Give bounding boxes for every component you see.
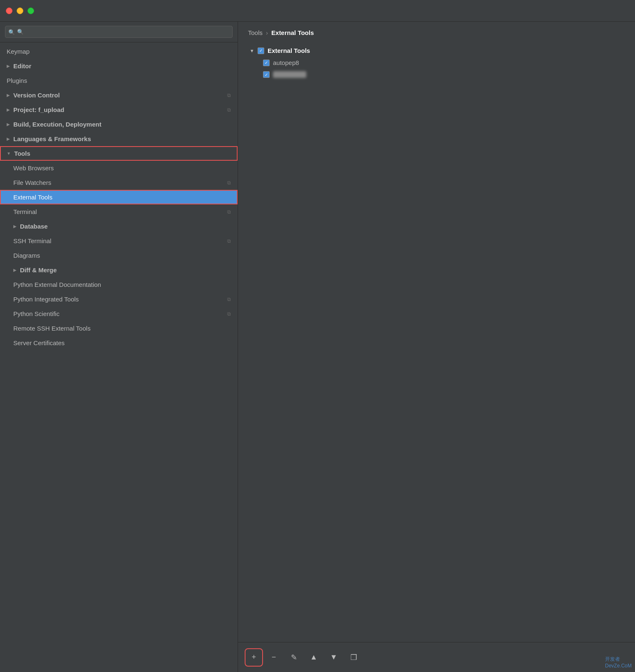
sidebar-item-label: Tools [14, 150, 231, 157]
sidebar-item-server-certificates[interactable]: Server Certificates [0, 336, 238, 350]
sidebar-item-external-tools[interactable]: External Tools [0, 190, 238, 204]
tree-child-autopep8[interactable]: ✓ autopep8 [248, 57, 625, 69]
edit-button[interactable]: ✎ [286, 650, 301, 665]
move-down-button[interactable]: ▼ [326, 650, 341, 665]
copy-icon: ⧉ [227, 180, 231, 186]
sidebar-item-remote-ssh[interactable]: Remote SSH External Tools [0, 321, 238, 336]
sidebar-item-label: Project: f_upload [13, 106, 226, 113]
sidebar-item-build[interactable]: ▶Build, Execution, Deployment [0, 117, 238, 132]
breadcrumb-current: External Tools [271, 29, 314, 36]
sidebar-item-label: Diagrams [13, 252, 231, 259]
sidebar-item-label: Languages & Frameworks [13, 135, 231, 142]
watermark: 开发者DevZe.CoM [605, 656, 632, 669]
search-icon: 🔍 [8, 29, 15, 35]
arrow-icon: ▶ [7, 93, 10, 97]
sidebar-item-label: Plugins [7, 77, 231, 84]
arrow-icon: ▶ [7, 122, 10, 127]
arrow-icon: ▼ [7, 151, 11, 156]
sidebar-item-file-watchers[interactable]: File Watchers⧉ [0, 175, 238, 190]
sidebar-item-label: External Tools [13, 194, 231, 201]
arrow-icon: ▶ [13, 268, 17, 272]
tree-area: ▼ ✓ External Tools ✓ autopep8 ✓ [238, 41, 635, 642]
minimize-button[interactable] [17, 7, 23, 14]
breadcrumb-separator: › [266, 29, 268, 36]
sidebar-item-label: Python External Documentation [13, 281, 231, 288]
add-button[interactable]: + [246, 650, 261, 665]
close-button[interactable] [6, 7, 12, 14]
sidebar-item-label: Keymap [7, 48, 231, 55]
sidebar-item-tools[interactable]: ▼Tools [0, 146, 238, 161]
arrow-icon: ▶ [7, 107, 10, 112]
arrow-icon: ▶ [13, 224, 17, 229]
sidebar-item-terminal[interactable]: Terminal⧉ [0, 204, 238, 219]
sidebar-item-languages[interactable]: ▶Languages & Frameworks [0, 132, 238, 146]
sidebar-item-label: Remote SSH External Tools [13, 325, 231, 332]
titlebar [0, 0, 635, 22]
sidebar-item-label: SSH Terminal [13, 237, 226, 244]
sidebar-item-project[interactable]: ▶Project: f_upload⧉ [0, 102, 238, 117]
move-up-button[interactable]: ▲ [306, 650, 321, 665]
copy-icon: ⧉ [227, 238, 231, 244]
right-panel: Tools › External Tools ▼ ✓ External Tool… [238, 22, 635, 672]
bottom-toolbar: + − ✎ ▲ ▼ ❒ [238, 642, 635, 672]
sidebar-item-ssh-terminal[interactable]: SSH Terminal⧉ [0, 234, 238, 248]
search-bar: 🔍 [0, 22, 238, 42]
main-container: 🔍 Keymap▶EditorPlugins▶Version Control⧉▶… [0, 22, 635, 672]
sidebar-item-label: Web Browsers [13, 164, 231, 172]
sidebar-item-label: Python Integrated Tools [13, 296, 226, 303]
breadcrumb-parent: Tools [248, 29, 263, 36]
sidebar-item-python-ext-doc[interactable]: Python External Documentation [0, 277, 238, 292]
search-input[interactable] [5, 26, 233, 38]
sidebar-item-label: File Watchers [13, 179, 226, 186]
copy-icon: ⧉ [227, 107, 231, 113]
tree-root-label: External Tools [268, 47, 310, 54]
sidebar-item-editor[interactable]: ▶Editor [0, 59, 238, 73]
tree-child-label-blurred [273, 71, 306, 78]
tree-child-blurred[interactable]: ✓ [248, 69, 625, 80]
sidebar-item-diagrams[interactable]: Diagrams [0, 248, 238, 263]
sidebar-item-diff-merge[interactable]: ▶Diff & Merge [0, 263, 238, 277]
copy-icon: ⧉ [227, 311, 231, 317]
sidebar-item-label: Editor [13, 62, 231, 70]
tree-expand-icon: ▼ [250, 48, 254, 53]
sidebar-item-label: Version Control [13, 92, 226, 99]
sidebar-item-python-integrated[interactable]: Python Integrated Tools⧉ [0, 292, 238, 306]
sidebar-item-python-scientific[interactable]: Python Scientific⧉ [0, 306, 238, 321]
maximize-button[interactable] [27, 7, 34, 14]
tree-child-checkbox-blurred[interactable]: ✓ [263, 71, 270, 78]
tree-root-checkbox[interactable]: ✓ [258, 47, 264, 54]
sidebar-item-label: Diff & Merge [20, 266, 231, 274]
remove-button[interactable]: − [266, 650, 281, 665]
copy-button[interactable]: ❒ [346, 650, 361, 665]
copy-icon: ⧉ [227, 209, 231, 215]
sidebar-item-label: Build, Execution, Deployment [13, 121, 231, 128]
tree-child-label-autopep8: autopep8 [273, 59, 299, 66]
copy-icon: ⧉ [227, 296, 231, 302]
sidebar-item-label: Terminal [13, 208, 226, 215]
breadcrumb: Tools › External Tools [238, 22, 635, 41]
sidebar-item-label: Python Scientific [13, 310, 226, 317]
sidebar-item-web-browsers[interactable]: Web Browsers [0, 161, 238, 175]
sidebar-item-label: Server Certificates [13, 339, 231, 346]
sidebar-item-plugins[interactable]: Plugins [0, 73, 238, 88]
arrow-icon: ▶ [7, 137, 10, 141]
sidebar-item-keymap[interactable]: Keymap [0, 44, 238, 59]
copy-icon: ⧉ [227, 92, 231, 98]
tree-root-item[interactable]: ▼ ✓ External Tools [248, 45, 625, 57]
sidebar: 🔍 Keymap▶EditorPlugins▶Version Control⧉▶… [0, 22, 238, 672]
sidebar-item-version-control[interactable]: ▶Version Control⧉ [0, 88, 238, 102]
tree-child-checkbox-autopep8[interactable]: ✓ [263, 60, 270, 66]
nav-list: Keymap▶EditorPlugins▶Version Control⧉▶Pr… [0, 42, 238, 672]
sidebar-item-label: Database [20, 223, 231, 230]
arrow-icon: ▶ [7, 64, 10, 68]
sidebar-item-database[interactable]: ▶Database [0, 219, 238, 234]
